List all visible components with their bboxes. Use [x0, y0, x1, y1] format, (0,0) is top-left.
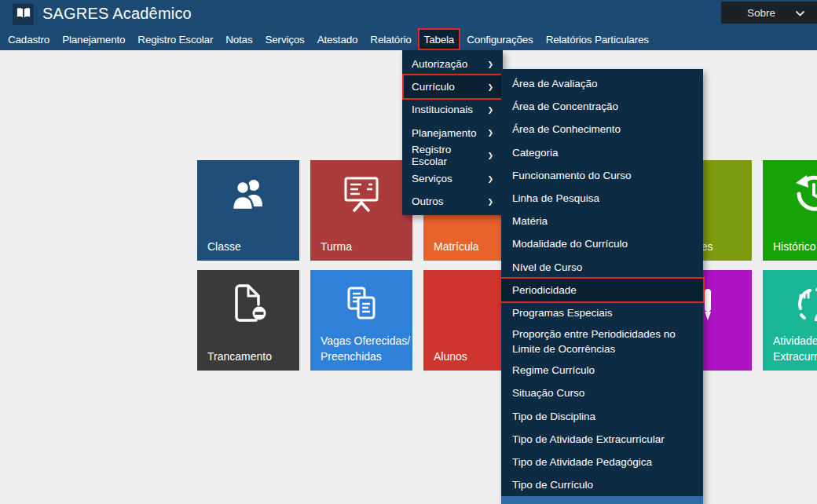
submenu-item-modalidade-do-curriculo[interactable]: Modalidade do Currículo — [501, 232, 703, 255]
submenu-item-categoria[interactable]: Categoria — [501, 141, 703, 164]
curriculo-submenu: Área de AvaliaçãoÁrea de ConcentraçãoÁre… — [501, 69, 703, 504]
submenu-item-periodicidade[interactable]: Periodicidade — [501, 279, 703, 301]
menu-item-planejamento[interactable]: Planejamento❯ — [402, 122, 503, 144]
submenu-item-tipo-de-atividade-pedagogica[interactable]: Tipo de Atividade Pedagógica — [501, 451, 703, 473]
submenu-item-proporcao-entre-periodicidades-no-limite-de-ocorrencias[interactable]: Proporção entre Periodicidades no Limite… — [501, 324, 703, 359]
menu-item-label: Currículo — [412, 81, 455, 93]
menubar-item-relatorios-particulares[interactable]: Relatórios Particulares — [540, 28, 655, 50]
tile-label: Matrícula — [434, 239, 479, 254]
tile-turma[interactable]: Turma — [310, 160, 412, 261]
activity-sync-icon — [763, 281, 817, 327]
menubar: CadastroPlanejamentoRegistro EscolarNota… — [0, 28, 817, 50]
menu-item-label: Registro Escolar — [412, 144, 487, 167]
submenu-item-area-de-concentracao[interactable]: Área de Concentração — [501, 95, 703, 118]
chevron-right-icon: ❯ — [487, 106, 493, 114]
menu-item-label: Autorização — [412, 58, 467, 70]
menubar-item-registro-escolar[interactable]: Registro Escolar — [131, 28, 219, 50]
tile-classe[interactable]: Classe — [197, 160, 299, 261]
tile-label: Turma — [321, 239, 352, 254]
documents-icon — [310, 281, 412, 327]
chevron-down-icon — [796, 7, 804, 19]
submenu-item-funcionamento-do-curso[interactable]: Funcionamento do Curso — [501, 164, 703, 187]
menubar-item-servicos[interactable]: Serviços — [258, 28, 310, 50]
chevron-right-icon: ❯ — [487, 129, 493, 137]
menu-item-autorizacao[interactable]: Autorização❯ — [402, 53, 503, 75]
menubar-item-notas[interactable]: Notas — [219, 28, 258, 50]
menu-item-curriculo[interactable]: Currículo❯ — [404, 75, 501, 98]
tile-label: Alunos — [434, 349, 467, 364]
submenu-item-nivel-de-curso[interactable]: Nível de Curso — [501, 256, 703, 279]
about-dropdown[interactable]: Sobre — [721, 2, 817, 24]
chevron-right-icon: ❯ — [487, 83, 493, 91]
app-window: ClasseTurmaMatrículaAvaliaçõesHistóricoT… — [0, 0, 817, 504]
tile-trancamento[interactable]: Trancamento — [197, 270, 299, 371]
menu-item-outros[interactable]: Outros❯ — [402, 190, 503, 213]
submenu-item-area-de-avaliacao[interactable]: Área de Avaliação — [501, 72, 703, 95]
people-icon — [197, 171, 299, 217]
menu-item-label: Institucionais — [412, 104, 473, 115]
tile-label: AtividadeExtracurricular — [773, 333, 817, 364]
tile-label: Vagas Oferecidas/Preenchidas — [321, 333, 410, 364]
submenu-partial-item[interactable] — [501, 496, 703, 504]
book-logo-icon — [16, 7, 31, 22]
menu-item-label: Serviços — [412, 173, 452, 184]
menubar-item-cadastro[interactable]: Cadastro — [2, 28, 56, 50]
tile-historico[interactable]: Histórico — [763, 160, 817, 261]
menu-item-servicos[interactable]: Serviços❯ — [402, 167, 503, 190]
presentation-icon — [310, 171, 412, 217]
menu-item-institucionais[interactable]: Institucionais❯ — [402, 98, 503, 121]
app-logo — [13, 4, 34, 25]
menubar-item-relatorio[interactable]: Relatório — [364, 28, 417, 50]
tile-label: Trancamento — [207, 349, 272, 364]
history-icon — [763, 171, 817, 217]
submenu-item-area-de-conhecimento[interactable]: Área de Conhecimento — [501, 118, 703, 141]
chevron-right-icon: ❯ — [487, 175, 493, 183]
menu-item-label: Planejamento — [412, 127, 477, 139]
menu-item-label: Outros — [412, 195, 444, 207]
submenu-item-tipo-de-curriculo[interactable]: Tipo de Currículo — [501, 473, 703, 496]
submenu-item-tipo-de-atividade-extracurricular[interactable]: Tipo de Atividade Extracurricular — [501, 428, 703, 451]
chevron-right-icon: ❯ — [487, 152, 493, 159]
app-title: SAGRES Acadêmico — [42, 5, 192, 23]
menubar-item-configuracoes[interactable]: Configurações — [460, 28, 539, 50]
chevron-right-icon: ❯ — [487, 198, 493, 206]
submenu-item-regime-curriculo[interactable]: Regime Currículo — [501, 359, 703, 382]
tile-atividade-extracurricular[interactable]: AtividadeExtracurricular — [763, 270, 817, 371]
tile-vagas-oferecidas[interactable]: Vagas Oferecidas/Preenchidas — [310, 270, 412, 371]
menubar-item-planejamento[interactable]: Planejamento — [56, 28, 131, 50]
about-label: Sobre — [747, 7, 775, 19]
submenu-item-linha-de-pesquisa[interactable]: Linha de Pesquisa — [501, 187, 703, 210]
tabela-dropdown-menu: Autorização❯Currículo❯Institucionais❯Pla… — [402, 50, 503, 215]
doc-remove-icon — [197, 281, 299, 327]
submenu-item-programas-especiais[interactable]: Programas Especiais — [501, 301, 703, 324]
menu-item-registro-escolar[interactable]: Registro Escolar❯ — [402, 144, 503, 167]
tile-label: Classe — [207, 239, 241, 254]
submenu-item-situacao-curso[interactable]: Situação Curso — [501, 382, 703, 404]
menubar-item-tabela[interactable]: Tabela — [418, 28, 461, 50]
tile-label: Histórico — [773, 239, 815, 254]
menubar-item-atestado[interactable]: Atestado — [311, 28, 365, 50]
chevron-right-icon: ❯ — [487, 60, 493, 68]
submenu-item-materia[interactable]: Matéria — [501, 210, 703, 232]
top-bar: SAGRES Acadêmico Sobre — [0, 0, 817, 28]
submenu-item-tipo-de-disciplina[interactable]: Tipo de Disciplina — [501, 404, 703, 427]
